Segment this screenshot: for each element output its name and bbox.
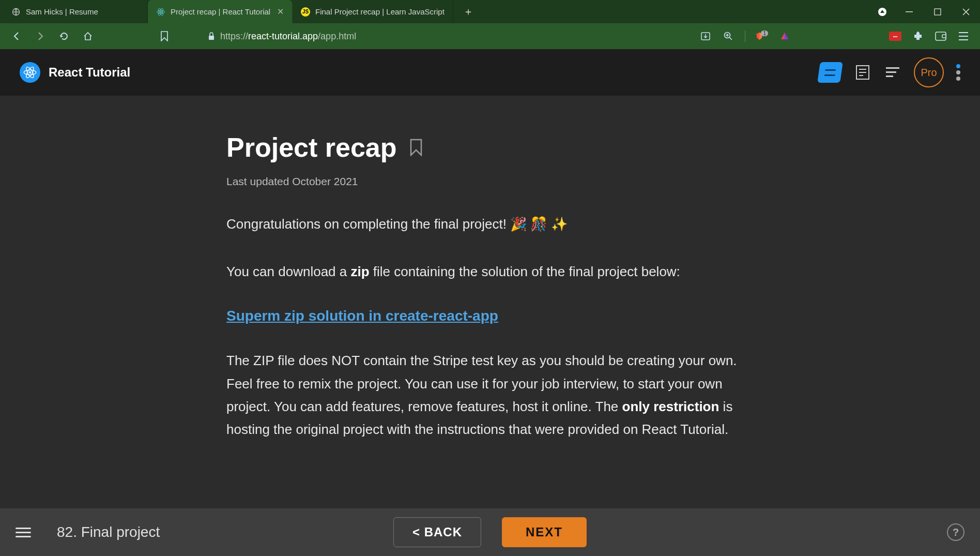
- shield-count-badge: 1: [761, 31, 768, 36]
- page-title: Project recap: [226, 132, 754, 163]
- toolbar: https://react-tutorial.app/app.html 1 ••…: [0, 23, 980, 49]
- svg-rect-11: [936, 32, 946, 40]
- svg-point-16: [29, 71, 32, 74]
- svg-rect-6: [906, 11, 913, 12]
- home-button[interactable]: [82, 30, 94, 42]
- window-close-button[interactable]: [952, 0, 980, 23]
- back-button[interactable]: < BACK: [393, 517, 481, 547]
- wallet-icon[interactable]: [935, 30, 947, 42]
- celebrate-emoji: 🎉 🎊 ✨: [510, 216, 567, 232]
- svg-rect-14: [959, 36, 968, 37]
- download-link[interactable]: Superm zip solution in create-react-app: [226, 308, 498, 324]
- app-menu-button[interactable]: [956, 64, 960, 81]
- last-updated: Last updated October 2021: [226, 175, 754, 188]
- extension-lastpass-icon[interactable]: •••: [889, 30, 901, 42]
- flashcards-icon[interactable]: [817, 62, 843, 83]
- help-button[interactable]: ?: [947, 523, 964, 541]
- app-header: React Tutorial Pro: [0, 49, 980, 96]
- svg-rect-21: [886, 67, 899, 69]
- browser-tab-strip: Sam Hicks | Resume Project recap | React…: [0, 0, 980, 23]
- chapters-icon[interactable]: [884, 64, 901, 81]
- nav-forward-button[interactable]: [34, 30, 47, 42]
- globe-icon: [11, 7, 21, 17]
- tab-title: Project recap | React Tutorial: [171, 7, 270, 16]
- menu-button[interactable]: [16, 528, 31, 537]
- app-menu-icon[interactable]: [957, 30, 970, 42]
- tab-title: Sam Hicks | Resume: [26, 7, 98, 16]
- svg-rect-8: [209, 36, 214, 40]
- window-minimize-button[interactable]: [895, 0, 923, 23]
- lesson-footer: 82. Final project < BACK NEXT ?: [0, 508, 980, 556]
- svg-rect-7: [935, 9, 941, 15]
- brave-rewards-triangle-icon[interactable]: [778, 30, 791, 42]
- bookmark-outline-icon[interactable]: [409, 139, 423, 156]
- close-icon[interactable]: ✕: [277, 7, 284, 17]
- svg-point-1: [160, 11, 162, 12]
- reload-button[interactable]: [58, 30, 70, 42]
- svg-rect-13: [959, 32, 968, 33]
- next-button[interactable]: NEXT: [502, 517, 587, 547]
- js-favicon-icon: JS: [301, 7, 310, 17]
- paragraph: You can download a zip file containing t…: [226, 260, 754, 283]
- paragraph: The ZIP file does NOT contain the Stripe…: [226, 349, 754, 441]
- extensions-icon[interactable]: [912, 30, 924, 42]
- lock-icon: [208, 32, 215, 40]
- browser-tab[interactable]: JS Final Project recap | Learn JavaScrip…: [293, 0, 453, 23]
- app-logo[interactable]: React Tutorial: [20, 62, 130, 83]
- new-tab-button[interactable]: ＋: [461, 4, 476, 20]
- browser-tab-active[interactable]: Project recap | React Tutorial ✕: [148, 0, 293, 23]
- react-favicon-icon: [156, 7, 165, 17]
- url-text: https://react-tutorial.app/app.html: [220, 31, 356, 42]
- brave-shields-icon[interactable]: 1: [756, 30, 768, 42]
- svg-rect-15: [959, 39, 968, 40]
- browser-tab[interactable]: Sam Hicks | Resume: [3, 0, 148, 23]
- tab-title: Final Project recap | Learn JavaScript: [315, 7, 445, 16]
- pro-badge[interactable]: Pro: [914, 57, 944, 87]
- brave-rewards-icon[interactable]: [875, 5, 890, 19]
- address-bar[interactable]: https://react-tutorial.app/app.html: [182, 31, 688, 42]
- app-title: React Tutorial: [49, 65, 130, 80]
- install-app-icon[interactable]: [699, 30, 712, 42]
- paragraph: Congratulations on completing the final …: [226, 213, 754, 235]
- zoom-icon[interactable]: [722, 30, 734, 42]
- window-maximize-button[interactable]: [923, 0, 952, 23]
- bookmark-icon[interactable]: [158, 30, 171, 42]
- react-logo-icon: [20, 62, 40, 83]
- notes-icon[interactable]: [854, 64, 871, 81]
- svg-rect-22: [886, 71, 896, 73]
- nav-back-button[interactable]: [10, 30, 23, 42]
- svg-rect-23: [886, 76, 893, 77]
- lesson-title: 82. Final project: [57, 524, 160, 540]
- separator: [745, 31, 745, 42]
- content-area: Project recap Last updated October 2021 …: [0, 96, 980, 508]
